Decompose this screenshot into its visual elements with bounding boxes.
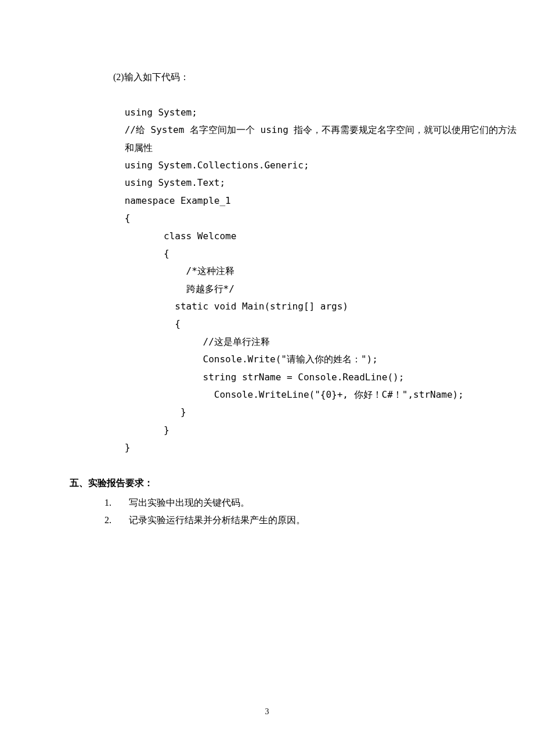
code-line: //给 System 名字空间加一个 using 指令，不再需要规定名字空间，就…	[119, 124, 517, 135]
code-line: /*这种注释	[119, 265, 234, 276]
list-item: 1. 写出实验中出现的关键代码。	[104, 494, 464, 512]
list-number: 1.	[104, 494, 129, 512]
code-line: Console.WriteLine("{0}+, 你好！C#！",strName…	[119, 389, 464, 400]
code-line: }	[119, 424, 169, 435]
list-number: 2.	[104, 512, 129, 529]
code-line: Console.Write("请输入你的姓名：");	[119, 354, 378, 365]
code-line: using System.Collections.Generic;	[119, 160, 309, 171]
code-line: namespace Example_1	[119, 195, 231, 206]
code-line: //这是单行注释	[119, 336, 270, 347]
code-line: using System.Text;	[119, 177, 225, 188]
code-line: 跨越多行*/	[119, 283, 234, 294]
code-line: {	[119, 213, 130, 224]
code-line: static void Main(string[] args)	[119, 301, 348, 312]
code-line: {	[119, 248, 169, 259]
code-line: }	[119, 442, 130, 453]
code-line: }	[119, 406, 186, 417]
section-heading: 五、实验报告要求：	[70, 474, 464, 492]
code-line: using System;	[119, 107, 197, 118]
code-block: using System; //给 System 名字空间加一个 using 指…	[119, 86, 464, 456]
list-text: 写出实验中出现的关键代码。	[129, 494, 250, 512]
code-line: class Welcome	[119, 231, 236, 242]
list-text: 记录实验运行结果并分析结果产生的原因。	[129, 512, 305, 529]
page-number: 3	[0, 704, 534, 720]
intro-line: (2)输入如下代码：	[113, 69, 464, 86]
list-item: 2. 记录实验运行结果并分析结果产生的原因。	[104, 512, 464, 529]
code-line: string strName = Console.ReadLine();	[119, 372, 404, 383]
code-line: 和属性	[119, 142, 153, 153]
code-line: {	[119, 318, 181, 329]
